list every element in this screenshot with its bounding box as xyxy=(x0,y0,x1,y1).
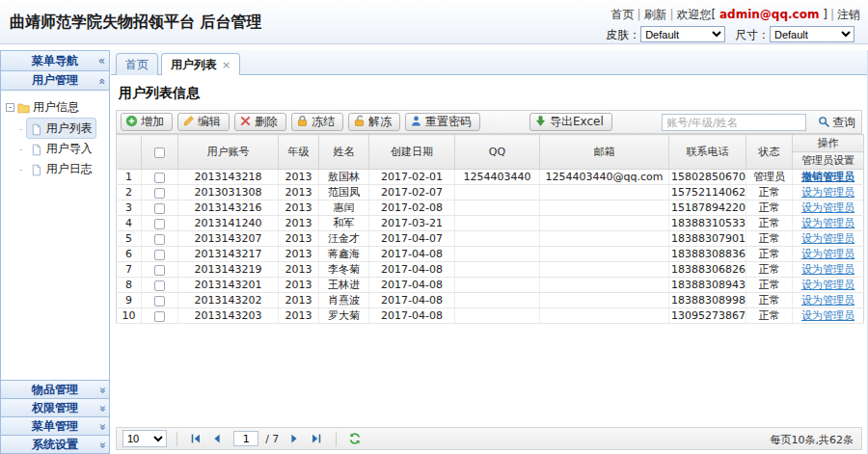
admin-toggle-link[interactable]: 撤销管理员 xyxy=(801,171,854,183)
page-number-input[interactable] xyxy=(233,431,258,446)
row-checkbox[interactable] xyxy=(154,173,165,183)
header-select-all xyxy=(142,135,178,170)
cell-phone: 15802850670 xyxy=(669,170,746,185)
sidebar-item-2[interactable]: - 用户日志 xyxy=(4,158,106,178)
first-page-icon[interactable] xyxy=(189,432,203,446)
admin-toggle-link[interactable]: 设为管理员 xyxy=(801,186,854,199)
cell-row-number: 10 xyxy=(117,308,142,324)
collapse-sidebar-icon[interactable]: « xyxy=(98,51,105,70)
cell-checkbox xyxy=(142,170,178,185)
accordion-panel-3[interactable]: 系统设置« xyxy=(1,435,109,453)
header-row-number xyxy=(117,135,142,170)
toolbar-button-4[interactable]: 解冻 xyxy=(348,113,400,131)
sidebar-item-1[interactable]: - 用户导入 xyxy=(4,138,106,158)
cell-created: 2017-04-08 xyxy=(369,262,455,278)
row-checkbox[interactable] xyxy=(154,203,165,214)
accordion-panel-2[interactable]: 菜单管理« xyxy=(1,416,109,435)
toolbar-button-2[interactable]: 删除 xyxy=(234,113,286,131)
tree-folder-user-info[interactable]: -用户信息 xyxy=(4,97,106,118)
column-header[interactable]: QQ xyxy=(455,135,540,170)
tree-collapse-icon[interactable]: - xyxy=(6,103,14,112)
nav-refresh-link[interactable]: 刷新 xyxy=(643,8,666,21)
tabs-bar: 首页用户列表× xyxy=(111,50,867,75)
size-select[interactable]: Default xyxy=(770,26,854,42)
admin-toggle-link[interactable]: 设为管理员 xyxy=(801,248,854,260)
accordion-panel-1[interactable]: 权限管理« xyxy=(1,398,109,416)
toolbar-button-5[interactable]: 重置密码 xyxy=(405,113,480,131)
admin-toggle-link[interactable]: 设为管理员 xyxy=(801,279,854,291)
row-checkbox[interactable] xyxy=(154,219,165,229)
admin-toggle-link[interactable]: 设为管理员 xyxy=(801,309,854,322)
cell-phone: 18388308998 xyxy=(669,293,746,308)
cell-qq xyxy=(455,308,540,324)
cell-account: 2013143217 xyxy=(178,247,279,262)
row-checkbox[interactable] xyxy=(154,265,165,276)
toolbar-button-0[interactable]: 增加 xyxy=(121,113,173,131)
main-panel: 首页用户列表× 用户列表信息 增加编辑删除冻结解冻重置密码导出Excel 查询 … xyxy=(111,50,868,454)
cell-phone: 15752114062 xyxy=(669,185,746,200)
cell-account: 2013031308 xyxy=(178,185,279,200)
tab-1[interactable]: 用户列表× xyxy=(161,53,240,76)
cell-action: 撤销管理员 xyxy=(793,170,864,185)
cell-status: 管理员 xyxy=(746,170,793,185)
size-label: 尺寸： xyxy=(735,28,770,41)
cell-email xyxy=(540,231,669,247)
admin-toggle-link[interactable]: 设为管理员 xyxy=(801,201,854,214)
row-checkbox[interactable] xyxy=(154,280,165,291)
table-row: 320131432162013惠闰2017-02-0815187894220正常… xyxy=(117,200,864,216)
last-page-icon[interactable] xyxy=(310,432,324,446)
row-checkbox[interactable] xyxy=(154,296,165,307)
toolbar-button-3[interactable]: 冻结 xyxy=(291,113,343,131)
cell-phone: 18388308943 xyxy=(669,278,746,293)
nav-home-link[interactable]: 首页 xyxy=(610,8,634,21)
cell-row-number: 8 xyxy=(117,278,142,293)
cell-checkbox xyxy=(142,200,178,216)
tree-folder-label: 用户信息 xyxy=(33,100,79,114)
toolbar-button-6[interactable]: 导出Excel xyxy=(529,113,612,131)
skin-select[interactable]: Default xyxy=(640,26,725,42)
column-header[interactable]: 邮箱 xyxy=(540,135,669,170)
cell-action: 设为管理员 xyxy=(793,231,864,247)
refresh-icon[interactable] xyxy=(348,432,363,446)
sidebar-item-0[interactable]: - 用户列表 xyxy=(4,118,106,138)
cell-grade: 2013 xyxy=(279,262,319,278)
cell-row-number: 5 xyxy=(117,231,142,247)
column-header[interactable]: 联系电话 xyxy=(669,135,746,170)
search-input[interactable] xyxy=(662,114,806,131)
row-checkbox[interactable] xyxy=(154,311,165,322)
search-icon xyxy=(818,118,830,131)
prev-page-icon[interactable] xyxy=(210,432,225,446)
accordion-panel-0[interactable]: 物品管理« xyxy=(1,380,109,398)
admin-toggle-link[interactable]: 设为管理员 xyxy=(801,294,854,307)
admin-toggle-link[interactable]: 设为管理员 xyxy=(801,263,854,276)
close-icon[interactable]: × xyxy=(222,59,231,71)
cell-qq xyxy=(455,293,540,308)
row-checkbox[interactable] xyxy=(154,188,165,199)
column-header[interactable]: 状态 xyxy=(746,135,793,170)
cell-action: 设为管理员 xyxy=(793,278,864,293)
accordion-panel-active[interactable]: 用户管理 « xyxy=(1,71,109,91)
separator: | xyxy=(830,8,834,21)
tab-label: 用户列表 xyxy=(171,58,217,71)
next-page-icon[interactable] xyxy=(287,432,302,446)
select-all-checkbox[interactable] xyxy=(154,147,165,158)
page-size-select[interactable]: 10 xyxy=(122,430,167,447)
cell-status: 正常 xyxy=(746,278,793,293)
first-page-icon xyxy=(189,435,203,448)
cell-row-number: 4 xyxy=(117,216,142,231)
column-header[interactable]: 创建日期 xyxy=(369,135,455,170)
tab-0[interactable]: 首页 xyxy=(116,53,158,75)
admin-toggle-link[interactable]: 设为管理员 xyxy=(801,217,854,229)
search-button[interactable]: 查询 xyxy=(818,116,855,129)
cell-row-number: 3 xyxy=(117,200,142,216)
column-header[interactable]: 年级 xyxy=(279,135,319,170)
column-header[interactable]: 用户账号 xyxy=(178,135,279,170)
column-header[interactable]: 姓名 xyxy=(319,135,369,170)
nav-logout-link[interactable]: 注销 xyxy=(837,8,860,21)
last-page-icon xyxy=(310,435,323,448)
row-checkbox[interactable] xyxy=(154,250,165,260)
row-checkbox[interactable] xyxy=(154,234,165,245)
admin-toggle-link[interactable]: 设为管理员 xyxy=(801,232,854,245)
cell-action: 设为管理员 xyxy=(793,308,864,324)
toolbar-button-1[interactable]: 编辑 xyxy=(177,113,230,131)
